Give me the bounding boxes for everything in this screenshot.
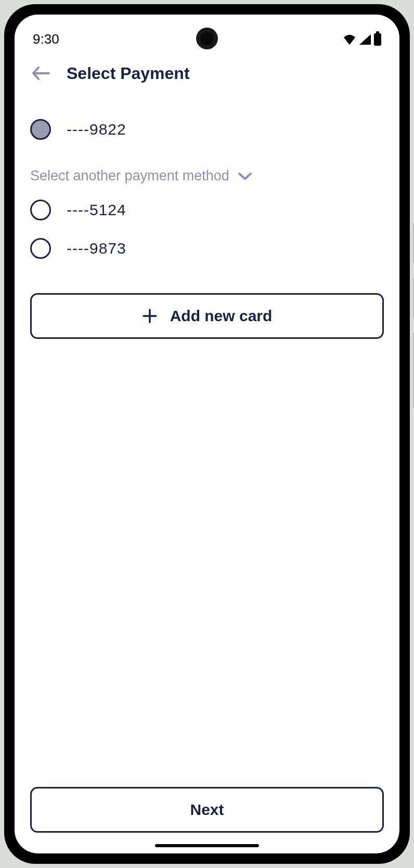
arrow-left-icon <box>31 65 50 81</box>
payment-label: ----9822 <box>67 121 126 138</box>
content-area: ----9822 Select another payment method -… <box>15 94 399 777</box>
signal-icon <box>359 34 371 45</box>
back-button[interactable] <box>30 63 51 84</box>
payment-option-alt-0[interactable]: ----5124 <box>30 195 384 225</box>
plus-icon <box>142 308 158 324</box>
chevron-down-icon <box>238 172 252 180</box>
expand-payment-methods-toggle[interactable]: Select another payment method <box>30 168 384 184</box>
status-icons <box>343 33 381 46</box>
screen: 9:30 Select Payment <box>15 15 399 853</box>
next-button[interactable]: Next <box>30 787 384 833</box>
radio-selected-icon <box>30 119 51 140</box>
next-button-label: Next <box>190 801 224 819</box>
app-header: Select Payment <box>15 54 399 94</box>
home-indicator[interactable] <box>155 844 259 847</box>
battery-icon <box>374 33 381 46</box>
radio-unselected-icon <box>30 200 51 220</box>
wifi-icon <box>343 34 356 45</box>
page-title: Select Payment <box>67 64 190 83</box>
status-time: 9:30 <box>33 31 59 47</box>
add-card-label: Add new card <box>170 307 273 325</box>
payment-label: ----5124 <box>67 201 126 219</box>
payment-label: ----9873 <box>67 240 126 257</box>
camera-notch <box>196 28 218 49</box>
device-frame: 9:30 Select Payment <box>4 4 410 864</box>
payment-option-alt-1[interactable]: ----9873 <box>30 234 384 263</box>
section-header-text: Select another payment method <box>30 168 229 184</box>
radio-unselected-icon <box>30 238 51 259</box>
add-new-card-button[interactable]: Add new card <box>30 293 384 339</box>
footer: Next <box>15 777 399 853</box>
payment-option-primary[interactable]: ----9822 <box>30 115 384 144</box>
